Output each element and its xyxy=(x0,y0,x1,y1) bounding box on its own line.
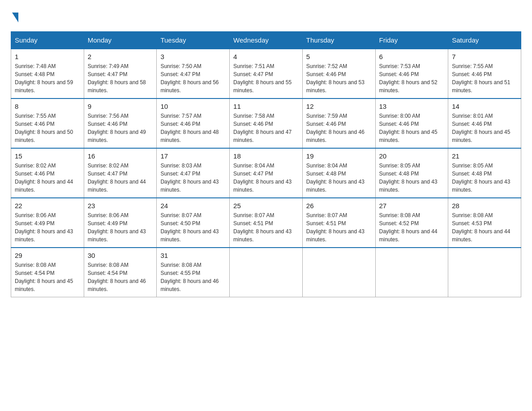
day-number: 23 xyxy=(88,202,153,210)
day-number: 5 xyxy=(306,53,372,60)
day-number: 9 xyxy=(88,103,153,110)
table-row xyxy=(448,248,521,297)
day-info: Sunrise: 8:07 AMSunset: 4:50 PMDaylight:… xyxy=(160,212,219,243)
day-info: Sunrise: 7:50 AMSunset: 4:47 PMDaylight:… xyxy=(160,63,219,94)
day-number: 13 xyxy=(379,103,445,110)
day-info: Sunrise: 7:52 AMSunset: 4:46 PMDaylight:… xyxy=(306,63,365,94)
day-info: Sunrise: 8:08 AMSunset: 4:54 PMDaylight:… xyxy=(88,262,146,292)
day-number: 25 xyxy=(233,202,299,210)
day-info: Sunrise: 8:02 AMSunset: 4:47 PMDaylight:… xyxy=(88,163,146,193)
table-row: 3 Sunrise: 7:50 AMSunset: 4:47 PMDayligh… xyxy=(157,49,230,98)
day-number: 30 xyxy=(88,252,153,259)
day-info: Sunrise: 7:55 AMSunset: 4:46 PMDaylight:… xyxy=(452,63,510,94)
day-info: Sunrise: 8:08 AMSunset: 4:54 PMDaylight:… xyxy=(15,262,73,292)
weekday-header-monday: Monday xyxy=(84,32,157,49)
day-info: Sunrise: 8:01 AMSunset: 4:46 PMDaylight:… xyxy=(452,113,510,143)
day-info: Sunrise: 8:06 AMSunset: 4:49 PMDaylight:… xyxy=(15,212,73,243)
day-info: Sunrise: 7:53 AMSunset: 4:46 PMDaylight:… xyxy=(379,63,438,94)
day-number: 12 xyxy=(306,103,372,110)
logo xyxy=(11,11,18,22)
table-row: 5 Sunrise: 7:52 AMSunset: 4:46 PMDayligh… xyxy=(302,49,375,98)
day-info: Sunrise: 7:59 AMSunset: 4:46 PMDaylight:… xyxy=(306,113,365,143)
day-number: 22 xyxy=(15,202,80,210)
week-row-2: 8 Sunrise: 7:55 AMSunset: 4:46 PMDayligh… xyxy=(11,98,521,148)
table-row: 28 Sunrise: 8:08 AMSunset: 4:53 PMDaylig… xyxy=(448,198,521,248)
day-info: Sunrise: 8:04 AMSunset: 4:47 PMDaylight:… xyxy=(233,163,292,193)
day-number: 2 xyxy=(88,53,153,60)
day-number: 4 xyxy=(233,53,299,60)
table-row: 12 Sunrise: 7:59 AMSunset: 4:46 PMDaylig… xyxy=(302,98,375,148)
table-row: 8 Sunrise: 7:55 AMSunset: 4:46 PMDayligh… xyxy=(11,98,84,148)
table-row: 16 Sunrise: 8:02 AMSunset: 4:47 PMDaylig… xyxy=(84,148,157,198)
logo-arrow-icon xyxy=(12,13,18,22)
week-row-3: 15 Sunrise: 8:02 AMSunset: 4:46 PMDaylig… xyxy=(11,148,521,198)
table-row: 23 Sunrise: 8:06 AMSunset: 4:49 PMDaylig… xyxy=(84,198,157,248)
weekday-header-row: SundayMondayTuesdayWednesdayThursdayFrid… xyxy=(11,32,521,49)
table-row: 27 Sunrise: 8:08 AMSunset: 4:52 PMDaylig… xyxy=(375,198,448,248)
day-info: Sunrise: 8:07 AMSunset: 4:51 PMDaylight:… xyxy=(233,212,292,243)
table-row: 4 Sunrise: 7:51 AMSunset: 4:47 PMDayligh… xyxy=(230,49,303,98)
day-info: Sunrise: 8:04 AMSunset: 4:48 PMDaylight:… xyxy=(306,163,365,193)
day-number: 18 xyxy=(233,152,299,160)
week-row-5: 29 Sunrise: 8:08 AMSunset: 4:54 PMDaylig… xyxy=(11,248,521,297)
weekday-header-tuesday: Tuesday xyxy=(157,32,230,49)
day-number: 11 xyxy=(233,103,299,110)
table-row: 2 Sunrise: 7:49 AMSunset: 4:47 PMDayligh… xyxy=(84,49,157,98)
day-info: Sunrise: 8:08 AMSunset: 4:55 PMDaylight:… xyxy=(160,262,219,292)
table-row: 11 Sunrise: 7:58 AMSunset: 4:46 PMDaylig… xyxy=(230,98,303,148)
table-row xyxy=(230,248,303,297)
table-row: 7 Sunrise: 7:55 AMSunset: 4:46 PMDayligh… xyxy=(448,49,521,98)
day-number: 28 xyxy=(452,202,517,210)
day-info: Sunrise: 7:56 AMSunset: 4:46 PMDaylight:… xyxy=(88,113,146,143)
table-row: 22 Sunrise: 8:06 AMSunset: 4:49 PMDaylig… xyxy=(11,198,84,248)
day-number: 29 xyxy=(15,252,80,259)
table-row: 19 Sunrise: 8:04 AMSunset: 4:48 PMDaylig… xyxy=(302,148,375,198)
table-row: 18 Sunrise: 8:04 AMSunset: 4:47 PMDaylig… xyxy=(230,148,303,198)
weekday-header-sunday: Sunday xyxy=(11,32,84,49)
table-row: 24 Sunrise: 8:07 AMSunset: 4:50 PMDaylig… xyxy=(157,198,230,248)
day-number: 14 xyxy=(452,103,517,110)
table-row: 26 Sunrise: 8:07 AMSunset: 4:51 PMDaylig… xyxy=(302,198,375,248)
table-row: 17 Sunrise: 8:03 AMSunset: 4:47 PMDaylig… xyxy=(157,148,230,198)
day-info: Sunrise: 8:03 AMSunset: 4:47 PMDaylight:… xyxy=(160,163,219,193)
table-row: 29 Sunrise: 8:08 AMSunset: 4:54 PMDaylig… xyxy=(11,248,84,297)
day-number: 26 xyxy=(306,202,372,210)
day-number: 24 xyxy=(160,202,226,210)
week-row-1: 1 Sunrise: 7:48 AMSunset: 4:48 PMDayligh… xyxy=(11,49,521,98)
table-row: 10 Sunrise: 7:57 AMSunset: 4:46 PMDaylig… xyxy=(157,98,230,148)
day-number: 21 xyxy=(452,152,517,160)
table-row xyxy=(375,248,448,297)
table-row: 21 Sunrise: 8:05 AMSunset: 4:48 PMDaylig… xyxy=(448,148,521,198)
day-number: 10 xyxy=(160,103,226,110)
day-info: Sunrise: 8:08 AMSunset: 4:53 PMDaylight:… xyxy=(452,212,510,243)
day-info: Sunrise: 7:48 AMSunset: 4:48 PMDaylight:… xyxy=(15,63,73,94)
day-number: 8 xyxy=(15,103,80,110)
table-row: 20 Sunrise: 8:05 AMSunset: 4:48 PMDaylig… xyxy=(375,148,448,198)
table-row xyxy=(302,248,375,297)
weekday-header-wednesday: Wednesday xyxy=(230,32,303,49)
day-info: Sunrise: 7:58 AMSunset: 4:46 PMDaylight:… xyxy=(233,113,292,143)
table-row: 1 Sunrise: 7:48 AMSunset: 4:48 PMDayligh… xyxy=(11,49,84,98)
day-number: 20 xyxy=(379,152,445,160)
day-info: Sunrise: 8:06 AMSunset: 4:49 PMDaylight:… xyxy=(88,212,146,243)
day-info: Sunrise: 7:57 AMSunset: 4:46 PMDaylight:… xyxy=(160,113,219,143)
day-info: Sunrise: 8:05 AMSunset: 4:48 PMDaylight:… xyxy=(452,163,510,193)
table-row: 14 Sunrise: 8:01 AMSunset: 4:46 PMDaylig… xyxy=(448,98,521,148)
day-info: Sunrise: 8:00 AMSunset: 4:46 PMDaylight:… xyxy=(379,113,438,143)
table-row: 9 Sunrise: 7:56 AMSunset: 4:46 PMDayligh… xyxy=(84,98,157,148)
day-number: 3 xyxy=(160,53,226,60)
day-number: 16 xyxy=(88,152,153,160)
weekday-header-thursday: Thursday xyxy=(302,32,375,49)
day-number: 1 xyxy=(15,53,80,60)
day-info: Sunrise: 7:49 AMSunset: 4:47 PMDaylight:… xyxy=(88,63,146,94)
day-number: 31 xyxy=(160,252,226,259)
page-header xyxy=(11,11,521,22)
weekday-header-saturday: Saturday xyxy=(448,32,521,49)
table-row: 6 Sunrise: 7:53 AMSunset: 4:46 PMDayligh… xyxy=(375,49,448,98)
day-number: 19 xyxy=(306,152,372,160)
table-row: 31 Sunrise: 8:08 AMSunset: 4:55 PMDaylig… xyxy=(157,248,230,297)
calendar-table: SundayMondayTuesdayWednesdayThursdayFrid… xyxy=(11,31,521,297)
day-info: Sunrise: 8:05 AMSunset: 4:48 PMDaylight:… xyxy=(379,163,438,193)
day-info: Sunrise: 7:51 AMSunset: 4:47 PMDaylight:… xyxy=(233,63,292,94)
day-info: Sunrise: 8:07 AMSunset: 4:51 PMDaylight:… xyxy=(306,212,365,243)
